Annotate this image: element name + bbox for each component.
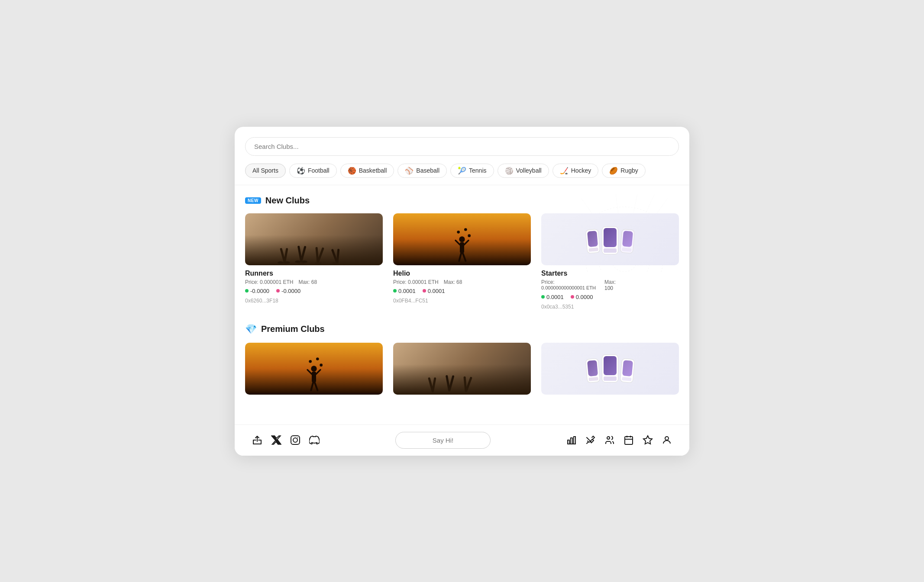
helio-stat-green: 0.0001 xyxy=(393,288,416,294)
svg-rect-17 xyxy=(297,245,303,262)
diamond-icon: 💎 xyxy=(245,324,257,335)
svg-rect-31 xyxy=(460,242,464,253)
svg-rect-56 xyxy=(574,437,575,444)
filter-volleyball[interactable]: 🏐 Volleyball xyxy=(498,164,549,178)
filter-football[interactable]: ⚽ Football xyxy=(289,164,337,178)
filter-basketball[interactable]: 🏀 Basketball xyxy=(340,164,394,178)
premium-phone-3 xyxy=(620,358,635,383)
svg-point-26 xyxy=(301,260,307,263)
new-badge: NEW xyxy=(245,197,261,204)
bottom-right-icons xyxy=(566,435,672,445)
filter-baseball[interactable]: ⚾ Baseball xyxy=(397,164,447,178)
svg-point-28 xyxy=(464,228,467,231)
swords-icon[interactable] xyxy=(585,435,596,445)
runners-address: 0x6260...3F18 xyxy=(245,298,383,304)
starters-max-col: Max: 100 xyxy=(604,279,616,291)
helio-max: Max: 68 xyxy=(444,279,462,285)
svg-point-23 xyxy=(278,261,284,264)
svg-rect-22 xyxy=(336,248,340,263)
runners-price-row: Price: 0.000001 ETH Max: 68 xyxy=(245,279,383,285)
svg-rect-45 xyxy=(428,377,434,392)
starters-stat1-value: 0.0001 xyxy=(546,294,564,300)
starters-price-value: 0.000000000000001 ETH xyxy=(541,285,596,290)
premium-clubs-grid xyxy=(245,343,679,395)
premium-helio-image xyxy=(245,343,383,395)
runners-card-image xyxy=(245,213,383,265)
svg-rect-21 xyxy=(331,248,338,263)
premium-starters-image xyxy=(541,343,679,395)
say-hi-input[interactable] xyxy=(395,432,491,449)
runners-stat2-value: -0.0000 xyxy=(281,288,300,294)
sport-filters: All Sports ⚽ Football 🏀 Basketball ⚾ Bas… xyxy=(235,156,689,178)
star-icon[interactable] xyxy=(643,435,653,445)
starters-price-col: Price: 0.000000000000001 ETH xyxy=(541,279,596,291)
bottom-left-icons xyxy=(252,435,320,445)
share-icon[interactable] xyxy=(252,435,262,445)
club-card-runners[interactable]: Runners Price: 0.000001 ETH Max: 68 -0.0… xyxy=(245,213,383,310)
profile-icon[interactable] xyxy=(662,435,672,445)
helio-juggler xyxy=(451,224,473,265)
main-content: NEW New Clubs xyxy=(235,185,689,424)
svg-rect-15 xyxy=(280,248,286,263)
club-card-starters[interactable]: Starters Price: 0.000000000000001 ETH Ma… xyxy=(541,213,679,310)
premium-card-3[interactable] xyxy=(541,343,679,395)
svg-line-42 xyxy=(316,370,320,374)
svg-point-53 xyxy=(297,437,298,438)
runners-card-title: Runners xyxy=(245,270,383,277)
filter-tennis[interactable]: 🎾 Tennis xyxy=(450,164,494,178)
helio-stats-row: 0.0001 0.0001 xyxy=(393,288,531,294)
svg-line-58 xyxy=(587,437,592,443)
filter-rugby-label: Rugby xyxy=(620,167,638,174)
svg-point-66 xyxy=(665,437,669,440)
svg-rect-20 xyxy=(317,247,324,263)
svg-point-29 xyxy=(468,234,471,237)
filter-football-label: Football xyxy=(308,167,330,174)
filter-all-sports[interactable]: All Sports xyxy=(245,164,286,178)
new-clubs-section-header: NEW New Clubs xyxy=(245,196,679,206)
runners-max: Max: 68 xyxy=(298,279,317,285)
runners-stat1-value: -0.0000 xyxy=(250,288,269,294)
new-clubs-grid: Runners Price: 0.000001 ETH Max: 68 -0.0… xyxy=(245,213,679,310)
premium-runners-image xyxy=(393,343,531,395)
filter-hockey[interactable]: 🏒 Hockey xyxy=(552,164,599,178)
hockey-icon: 🏒 xyxy=(560,167,569,175)
svg-line-60 xyxy=(587,442,588,444)
filter-tennis-label: Tennis xyxy=(469,167,486,174)
community-icon[interactable] xyxy=(604,435,615,445)
helio-stat1-value: 0.0001 xyxy=(398,288,416,294)
runners-pink-dot xyxy=(276,289,280,293)
svg-rect-19 xyxy=(315,247,319,262)
premium-card-1[interactable] xyxy=(245,343,383,395)
x-twitter-icon[interactable] xyxy=(271,435,281,445)
search-input[interactable] xyxy=(245,137,679,156)
svg-line-41 xyxy=(307,370,312,374)
instagram-icon[interactable] xyxy=(290,435,300,445)
calendar-icon[interactable] xyxy=(624,435,634,445)
leaderboard-icon[interactable] xyxy=(566,435,577,445)
starters-max-label: Max: xyxy=(604,279,616,285)
svg-point-38 xyxy=(320,363,323,367)
club-card-helio[interactable]: Helio Price: 0.00001 ETH Max: 68 0.0001 … xyxy=(393,213,531,310)
helio-price-row: Price: 0.00001 ETH Max: 68 xyxy=(393,279,531,285)
starters-stat2-value: 0.0000 xyxy=(576,294,593,300)
svg-line-44 xyxy=(315,382,318,390)
svg-point-27 xyxy=(457,231,460,234)
svg-line-33 xyxy=(464,240,468,244)
premium-clubs-title: Premium Clubs xyxy=(261,324,325,334)
starters-pink-dot xyxy=(571,295,574,299)
discord-icon[interactable] xyxy=(309,435,320,445)
premium-card-2[interactable] xyxy=(393,343,531,395)
runners-stats-row: -0.0000 -0.0000 xyxy=(245,288,383,294)
svg-line-34 xyxy=(459,253,461,260)
premium-juggler xyxy=(303,354,325,395)
starters-stat-pink: 0.0000 xyxy=(571,294,593,300)
volleyball-icon: 🏐 xyxy=(505,167,514,175)
svg-line-43 xyxy=(311,382,313,390)
premium-runners-illustration xyxy=(393,360,531,395)
starters-card-title: Starters xyxy=(541,270,679,277)
starters-address: 0x0ca3...5351 xyxy=(541,304,679,310)
svg-rect-40 xyxy=(312,371,316,382)
football-icon: ⚽ xyxy=(297,167,305,175)
filter-rugby[interactable]: 🏉 Rugby xyxy=(602,164,645,178)
basketball-icon: 🏀 xyxy=(348,167,356,175)
